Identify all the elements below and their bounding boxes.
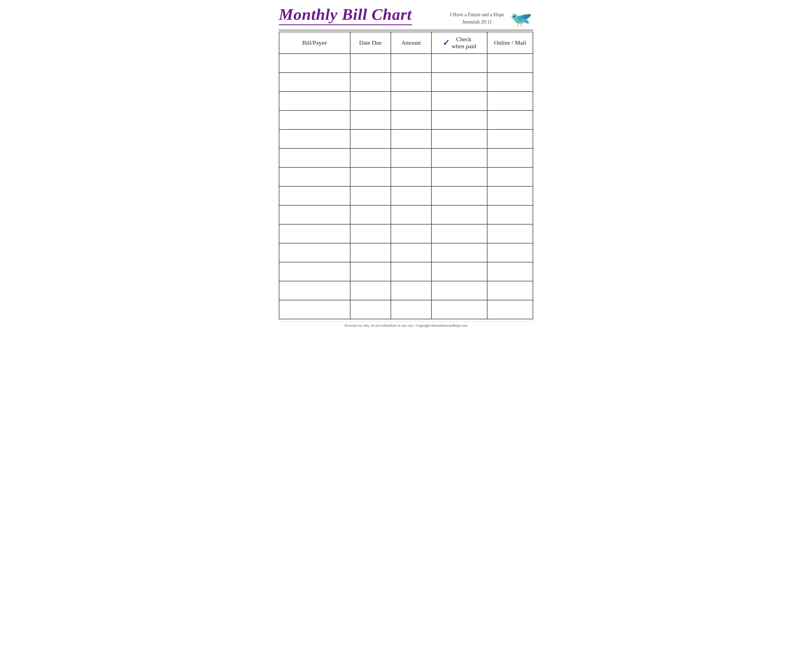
table-row: [279, 243, 533, 262]
table-row: [279, 130, 533, 148]
table-cell: [487, 262, 533, 281]
header-right: I Have a Future and a Hope Jeremiah 29:1…: [450, 5, 533, 27]
table-row: [279, 148, 533, 167]
table-cell: [279, 110, 350, 130]
main-title: Monthly Bill Chart: [279, 5, 412, 25]
table-cell: [279, 73, 350, 92]
table-cell: [487, 73, 533, 92]
table-cell: [350, 54, 391, 73]
page-header: Monthly Bill Chart I Have a Future and a…: [279, 5, 533, 27]
checkmark-icon: ✓: [443, 38, 450, 47]
table-cell: [350, 205, 391, 224]
table-cell: [432, 205, 487, 224]
table-cell: [391, 186, 432, 205]
page-footer: Personal use only, do not redistribute i…: [279, 321, 533, 328]
table-cell: [350, 167, 391, 186]
table-cell: [350, 281, 391, 300]
table-cell: [350, 148, 391, 167]
table-cell: [391, 73, 432, 92]
col-header-amount: Amount: [391, 32, 432, 54]
table-cell: [391, 300, 432, 319]
footer-text: Personal use only, do not redistribute i…: [345, 323, 467, 327]
table-cell: [391, 148, 432, 167]
table-cell: [487, 148, 533, 167]
table-cell: [432, 110, 487, 130]
table-cell: [432, 243, 487, 262]
table-cell: [350, 92, 391, 110]
bill-chart-table: Bill/Payee Date Due Amount ✓ Checkwhen p…: [279, 32, 533, 319]
svg-point-18: [513, 13, 514, 15]
table-cell: [279, 300, 350, 319]
table-cell: [279, 54, 350, 73]
table-cell: [350, 243, 391, 262]
col-header-online: Online / Mail: [487, 32, 533, 54]
table-cell: [391, 205, 432, 224]
table-cell: [279, 262, 350, 281]
table-cell: [279, 167, 350, 186]
table-cell: [432, 262, 487, 281]
subtitle-block: I Have a Future and a Hope Jeremiah 29:1…: [450, 10, 504, 26]
table-cell: [432, 92, 487, 110]
table-cell: [350, 110, 391, 130]
check-header-content: ✓ Checkwhen paid: [434, 36, 485, 50]
subtitle-line2: Jeremiah 29:11: [462, 18, 492, 26]
table-cell: [487, 167, 533, 186]
table-cell: [350, 186, 391, 205]
table-cell: [487, 186, 533, 205]
table-cell: [487, 205, 533, 224]
table-cell: [350, 262, 391, 281]
table-cell: [391, 110, 432, 130]
svg-point-1: [512, 14, 518, 20]
table-row: [279, 73, 533, 92]
table-cell: [279, 205, 350, 224]
table-row: [279, 205, 533, 224]
table-cell: [279, 186, 350, 205]
table-cell: [487, 243, 533, 262]
check-label: Checkwhen paid: [452, 36, 476, 50]
table-cell: [487, 281, 533, 300]
table-row: [279, 281, 533, 300]
col-header-date: Date Due: [350, 32, 391, 54]
subtitle-line1: I Have a Future and a Hope: [450, 11, 504, 18]
svg-line-10: [518, 24, 519, 26]
table-cell: [391, 130, 432, 148]
table-row: [279, 262, 533, 281]
table-cell: [391, 167, 432, 186]
table-cell: [279, 224, 350, 243]
title-block: Monthly Bill Chart: [279, 5, 412, 25]
table-row: [279, 224, 533, 243]
table-cell: [432, 73, 487, 92]
table-cell: [391, 262, 432, 281]
table-cell: [432, 186, 487, 205]
svg-line-11: [520, 24, 521, 26]
bird-illustration: [509, 8, 533, 27]
table-cell: [350, 224, 391, 243]
bird-icon: [509, 8, 533, 27]
table-cell: [432, 54, 487, 73]
svg-point-3: [513, 16, 515, 17]
table-row: [279, 167, 533, 186]
table-cell: [350, 300, 391, 319]
table-cell: [391, 281, 432, 300]
table-cell: [279, 281, 350, 300]
table-cell: [487, 110, 533, 130]
table-cell: [391, 243, 432, 262]
table-cell: [391, 224, 432, 243]
svg-marker-2: [510, 17, 512, 18]
table-row: [279, 110, 533, 130]
table-cell: [279, 92, 350, 110]
table-row: [279, 300, 533, 319]
table-row: [279, 92, 533, 110]
col-header-bill: Bill/Payee: [279, 32, 350, 54]
table-cell: [487, 300, 533, 319]
table-cell: [350, 130, 391, 148]
table-cell: [487, 54, 533, 73]
table-cell: [487, 130, 533, 148]
col-header-check: ✓ Checkwhen paid: [432, 32, 487, 54]
table-cell: [279, 243, 350, 262]
table-row: [279, 54, 533, 73]
table-cell: [432, 148, 487, 167]
table-body: [279, 54, 533, 319]
table-cell: [391, 92, 432, 110]
table-cell: [432, 281, 487, 300]
